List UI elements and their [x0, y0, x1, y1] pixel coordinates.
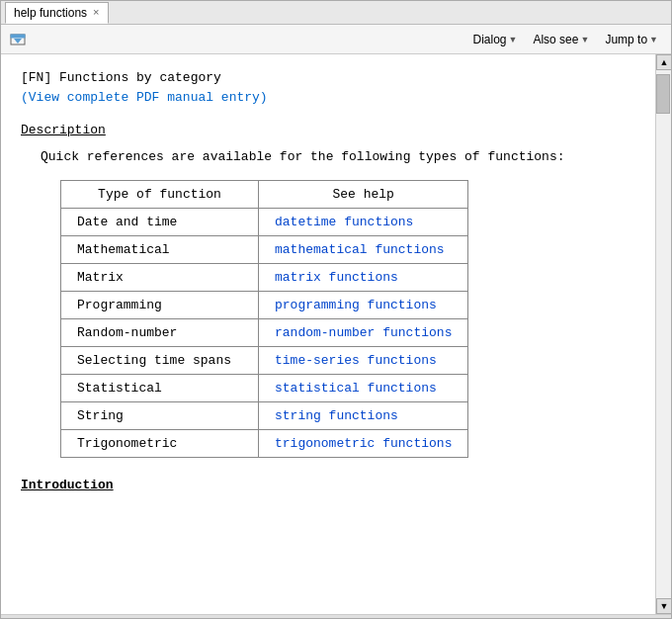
help-functions-tab[interactable]: help functions × — [5, 2, 109, 24]
col2-header: See help — [259, 181, 468, 209]
pdf-link[interactable]: (View complete PDF manual entry) — [21, 90, 268, 105]
fn-header: [FN] Functions by category — [21, 70, 635, 85]
svg-marker-2 — [14, 39, 22, 44]
function-link-cell[interactable]: random-number functions — [259, 319, 468, 347]
table-row: Random-numberrandom-number functions — [61, 319, 468, 347]
toolbar-right: Dialog ▼ Also see ▼ Jump to ▼ — [465, 28, 665, 51]
table-row: Mathematicalmathematical functions — [61, 236, 468, 264]
scrollbar-track[interactable]: ▲ ▼ — [655, 54, 671, 614]
function-link-cell[interactable]: statistical functions — [259, 375, 468, 402]
intro-label: Introduction — [21, 478, 635, 492]
jump-to-dropdown-arrow: ▼ — [649, 35, 658, 44]
table-row: Programmingprogramming functions — [61, 292, 468, 319]
also-see-button[interactable]: Also see ▼ — [526, 28, 596, 51]
toolbar: Dialog ▼ Also see ▼ Jump to ▼ — [1, 25, 671, 54]
content-scroll[interactable]: [FN] Functions by category (View complet… — [1, 54, 655, 614]
dialog-button[interactable]: Dialog ▼ — [465, 28, 524, 51]
function-type-cell: String — [61, 402, 259, 430]
function-type-cell: Date and time — [61, 209, 259, 236]
toolbar-left — [7, 29, 465, 50]
function-type-cell: Programming — [61, 292, 259, 319]
help-window: help functions × Dialog ▼ Also see ▼ — [0, 0, 672, 619]
title-bar: help functions × — [1, 1, 671, 25]
table-row: Statisticalstatistical functions — [61, 375, 468, 402]
function-type-cell: Mathematical — [61, 236, 259, 264]
function-type-cell: Trigonometric — [61, 430, 259, 458]
svg-rect-1 — [11, 35, 25, 38]
function-link-cell[interactable]: string functions — [259, 402, 468, 430]
back-icon[interactable] — [7, 29, 29, 50]
tab-label: help functions — [14, 6, 87, 20]
also-see-dropdown-arrow: ▼ — [580, 35, 589, 44]
content-area: [FN] Functions by category (View complet… — [1, 54, 671, 614]
function-link-cell[interactable]: time-series functions — [259, 347, 468, 375]
scrollbar-arrow-down[interactable]: ▼ — [656, 598, 671, 614]
function-type-cell: Statistical — [61, 375, 259, 402]
table-row: Stringstring functions — [61, 402, 468, 430]
description-section-title: Description — [21, 123, 635, 137]
function-link-cell[interactable]: mathematical functions — [259, 236, 468, 264]
function-type-cell: Selecting time spans — [61, 347, 259, 375]
description-text: Quick references are available for the f… — [21, 149, 635, 164]
function-link-cell[interactable]: matrix functions — [259, 264, 468, 292]
dialog-dropdown-arrow: ▼ — [509, 35, 518, 44]
function-type-cell: Random-number — [61, 319, 259, 347]
functions-table: Type of function See help Date and timed… — [60, 180, 468, 458]
table-row: Date and timedatetime functions — [61, 209, 468, 236]
table-row: Selecting time spanstime-series function… — [61, 347, 468, 375]
function-link-cell[interactable]: datetime functions — [259, 209, 468, 236]
table-header-row: Type of function See help — [61, 181, 468, 209]
function-link-cell[interactable]: trigonometric functions — [259, 430, 468, 458]
table-row: Trigonometrictrigonometric functions — [61, 430, 468, 458]
function-type-cell: Matrix — [61, 264, 259, 292]
bottom-bar — [1, 614, 671, 618]
col1-header: Type of function — [61, 181, 259, 209]
tab-close-button[interactable]: × — [93, 7, 99, 18]
jump-to-button[interactable]: Jump to ▼ — [598, 28, 665, 51]
scrollbar-thumb[interactable] — [656, 74, 670, 114]
table-row: Matrixmatrix functions — [61, 264, 468, 292]
scrollbar-arrow-up[interactable]: ▲ — [656, 54, 671, 70]
function-link-cell[interactable]: programming functions — [259, 292, 468, 319]
